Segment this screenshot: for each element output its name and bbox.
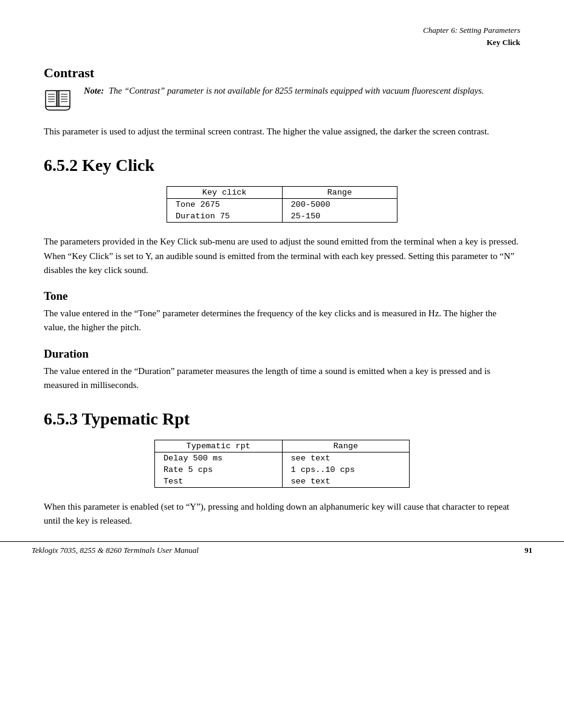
typematic-row2-col1: Rate 5 cps: [155, 464, 282, 476]
key-click-header-row: Key click Range: [167, 187, 397, 199]
key-click-col1-header: Key click: [167, 187, 282, 198]
typematic-col2-header: Range: [282, 440, 410, 452]
table-row: Delay 500 ms see text: [155, 452, 409, 464]
duration-body: The value entered in the “Duration” para…: [44, 364, 520, 393]
typematic-table-wrapper: Typematic rpt Range Delay 500 ms see tex…: [44, 440, 520, 488]
typematic-row3-col2: see text: [282, 476, 410, 487]
key-click-row1-col1: Tone 2675: [167, 199, 282, 210]
typematic-header-row: Typematic rpt Range: [155, 440, 409, 452]
duration-title: Duration: [44, 347, 520, 361]
typematic-body: When this parameter is enabled (set to “…: [44, 500, 520, 529]
svg-rect-1: [59, 91, 70, 106]
table-row: Duration 75 25-150: [167, 210, 397, 222]
note-label: Note:: [84, 86, 104, 95]
table-row: Rate 5 cps 1 cps..10 cps: [155, 464, 409, 476]
note-text: Note:The “Contrast” parameter is not ava…: [84, 85, 484, 98]
book-icon: [44, 86, 75, 116]
page: Chapter 6: Setting Parameters Key Click …: [0, 0, 564, 572]
typematic-row1-col2: see text: [282, 452, 410, 464]
page-header: Chapter 6: Setting Parameters Key Click: [44, 24, 520, 48]
note-body: The “Contrast” parameter is not availabl…: [109, 86, 484, 95]
svg-rect-0: [46, 91, 57, 106]
key-click-col2-header: Range: [282, 187, 397, 198]
typematic-row2-col2: 1 cps..10 cps: [282, 464, 410, 476]
chapter-line: Chapter 6: Setting Parameters: [44, 24, 520, 36]
table-row: Tone 2675 200-5000: [167, 199, 397, 210]
duration-section: Duration The value entered in the “Durat…: [44, 347, 520, 393]
key-click-body: The parameters provided in the Key Click…: [44, 235, 520, 277]
typematic-row1-col1: Delay 500 ms: [155, 452, 282, 464]
typematic-row3-col1: Test: [155, 476, 282, 487]
footer-page: 91: [524, 546, 532, 555]
key-click-row1-col2: 200-5000: [282, 199, 397, 210]
key-click-table: Key click Range Tone 2675 200-5000 Durat…: [167, 186, 397, 223]
table-row: Test see text: [155, 476, 409, 487]
contrast-section: Contrast: [44, 65, 520, 139]
key-click-table-wrapper: Key click Range Tone 2675 200-5000 Durat…: [44, 186, 520, 223]
note-block: Note:The “Contrast” parameter is not ava…: [44, 85, 520, 116]
key-click-title: 6.5.2 Key Click: [44, 156, 520, 175]
typematic-title: 6.5.3 Typematic Rpt: [44, 409, 520, 429]
section-line: Key Click: [44, 36, 520, 49]
typematic-section: 6.5.3 Typematic Rpt Typematic rpt Range …: [44, 409, 520, 529]
key-click-row2-col2: 25-150: [282, 210, 397, 222]
typematic-col1-header: Typematic rpt: [155, 440, 282, 452]
key-click-row2-col1: Duration 75: [167, 210, 282, 222]
typematic-table: Typematic rpt Range Delay 500 ms see tex…: [154, 440, 410, 488]
contrast-title: Contrast: [44, 65, 520, 81]
note-book-svg: [44, 86, 72, 114]
tone-section: Tone The value entered in the “Tone” par…: [44, 289, 520, 335]
tone-body: The value entered in the “Tone” paramete…: [44, 307, 520, 335]
tone-title: Tone: [44, 289, 520, 303]
footer-title: Teklogix 7035, 8255 & 8260 Terminals Use…: [32, 546, 199, 555]
page-footer: Teklogix 7035, 8255 & 8260 Terminals Use…: [0, 541, 564, 555]
key-click-section: 6.5.2 Key Click Key click Range Tone 267…: [44, 156, 520, 277]
contrast-body: This parameter is used to adjust the ter…: [44, 125, 520, 139]
